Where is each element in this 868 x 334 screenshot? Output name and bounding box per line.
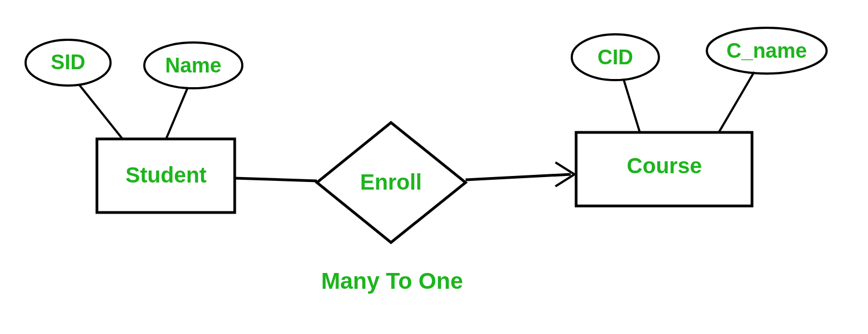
attribute-name-label: Name xyxy=(165,54,222,77)
connector-cname-course xyxy=(719,72,754,132)
entity-course-label: Course xyxy=(627,154,702,178)
cardinality-label: Many To One xyxy=(321,268,463,294)
connector-sid-student xyxy=(79,84,123,139)
svg-text:C_name: C_name xyxy=(726,39,807,62)
attribute-sid-label: SID xyxy=(51,51,85,74)
relationship-enroll-label: Enroll xyxy=(360,170,421,194)
attribute-cid-label: CID xyxy=(597,46,633,69)
entity-student-label: Student xyxy=(126,163,207,187)
connector-enroll-course xyxy=(466,174,571,180)
er-diagram: SID Name CID C_name Student Course Enrol… xyxy=(0,0,868,334)
connector-name-student xyxy=(166,87,188,139)
connector-student-enroll xyxy=(235,178,317,181)
connector-cid-course xyxy=(624,79,640,132)
